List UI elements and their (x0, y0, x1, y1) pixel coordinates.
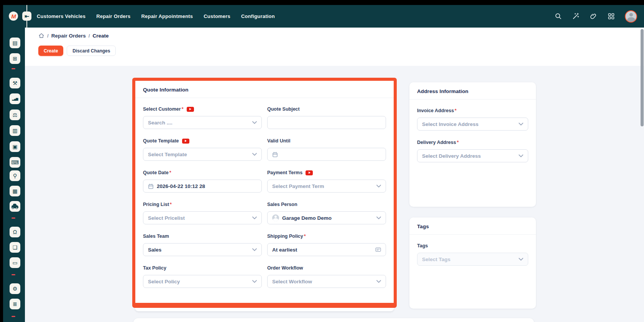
nav-item-repair-appointments[interactable]: Repair Appointments (141, 13, 193, 19)
breadcrumb-repair-orders[interactable]: Repair Orders (51, 33, 86, 39)
sidebar-item-sales-analytics[interactable]: ▂▄▆ (10, 93, 20, 104)
select-customer-select[interactable]: Search .... (143, 116, 262, 129)
pricing-list-select[interactable]: Select Pricelist (143, 211, 262, 224)
sidebar-item-scale[interactable]: ⚖ (10, 110, 20, 120)
required-asterisk: * (182, 106, 184, 112)
invoice-address-select[interactable]: Select Invoice Address (417, 118, 528, 131)
select-customer-label: Select Customer* (143, 106, 262, 112)
chevron-down-icon (376, 280, 381, 283)
label-text: Pricing List (143, 202, 169, 207)
sidebar-item-payment-terminal[interactable]: ⌨ (10, 157, 20, 168)
order-workflow-select[interactable]: Select Workflow (267, 275, 386, 288)
sidebar-item-daybook[interactable]: ▤ (10, 38, 20, 48)
panel-title: Tags (417, 224, 528, 229)
delivery-address-select[interactable]: Select Delivery Address (417, 149, 528, 162)
search-icon[interactable] (554, 13, 562, 20)
youtube-help-icon[interactable] (182, 139, 189, 144)
discard-changes-button[interactable]: Discard Changes (67, 46, 116, 56)
report-list-icon: ≣ (13, 301, 17, 307)
support-headset-icon: Ω (13, 229, 17, 235)
vehicles-icon (12, 205, 18, 208)
order-workflow-placeholder: Select Workflow (272, 279, 373, 284)
valid-until-select[interactable] (267, 148, 386, 161)
nav-item-customers-vehicles[interactable]: Customers Vehicles (37, 13, 85, 19)
field-pricing-list: Pricing List*Select Pricelist (143, 202, 262, 224)
label-text: Sales Person (267, 202, 297, 207)
field-tags: TagsSelect Tags (417, 243, 528, 266)
quote-date-label: Quote Date* (143, 170, 262, 175)
breadcrumb-create: Create (93, 33, 109, 39)
sidebar-item-appointments-calendar[interactable]: ▦ (10, 186, 20, 196)
create-button[interactable]: Create (38, 46, 63, 56)
youtube-help-icon[interactable] (187, 107, 194, 112)
attachment-icon[interactable] (590, 13, 597, 20)
appointments-calendar-icon: ▦ (12, 188, 17, 194)
required-asterisk: * (169, 170, 171, 175)
panel-title: Address Information (417, 88, 528, 94)
tags-select[interactable]: Select Tags (417, 253, 528, 266)
chevron-down-icon (252, 280, 257, 283)
app-logo[interactable]: M (9, 11, 18, 21)
chevron-down-icon (519, 123, 523, 126)
quote-template-select[interactable]: Select Template (143, 148, 262, 161)
sidebar-item-settings-gear[interactable]: ⚙ (10, 283, 20, 294)
delivery-address-placeholder: Select Delivery Address (422, 153, 516, 159)
select-customer-placeholder: Search .... (148, 120, 249, 126)
label-text: Sales Team (143, 234, 169, 239)
user-avatar[interactable] (625, 10, 637, 23)
sidebar-item-documents-folder[interactable]: ❏ (10, 242, 20, 253)
magic-wand-icon[interactable] (572, 13, 580, 20)
sidebar-item-vehicles[interactable] (10, 201, 20, 212)
sales-team-select[interactable]: Sales (143, 243, 262, 256)
clipboard-icon: ▥ (12, 127, 17, 134)
sales-analytics-icon: ▂▄▆ (12, 97, 18, 101)
sidebar-item-service[interactable]: ⚒ (10, 78, 20, 88)
topbar-right-icons (554, 5, 637, 28)
sidebar-collapse-button[interactable]: ⇤ (22, 11, 31, 21)
field-order-workflow: Order WorkflowSelect Workflow (267, 265, 386, 288)
tags-placeholder: Select Tags (422, 257, 516, 262)
sidebar-item-clipboard[interactable]: ▥ (10, 125, 20, 136)
sales-person-select[interactable]: Garage Demo Demo (267, 211, 386, 224)
sidebar-item-report-list[interactable]: ≣ (10, 299, 20, 309)
apps-grid-icon[interactable] (607, 13, 615, 20)
tax-policy-select[interactable]: Select Policy (143, 275, 262, 288)
sidebar-section-divider (12, 274, 15, 275)
tax-policy-placeholder: Select Policy (148, 279, 249, 284)
sidebar-item-support-headset[interactable]: Ω (10, 227, 20, 237)
nav-item-configuration[interactable]: Configuration (241, 13, 275, 19)
breadcrumb: / Repair Orders / Create (38, 33, 109, 39)
scale-icon: ⚖ (13, 112, 18, 118)
chevron-down-icon (376, 216, 381, 219)
label-text: Quote Date (143, 170, 169, 175)
quote-subject-input[interactable] (267, 116, 386, 129)
field-quote-date: Quote Date*2026-04-22 10:12 28 (143, 170, 262, 193)
sidebar-item-customer-search[interactable]: ⚲ (10, 170, 20, 181)
quote-date-select[interactable]: 2026-04-22 10:12 28 (143, 180, 262, 193)
required-asterisk: * (455, 108, 457, 113)
sidebar-item-workstation[interactable]: ▭ (10, 257, 20, 268)
inventory-icon: ▣ (12, 144, 17, 150)
scrollbar-thumb[interactable] (641, 29, 644, 126)
payment-terms-select[interactable]: Select Payment Term (267, 180, 386, 193)
window-frame-top (0, 0, 644, 5)
sidebar-section-divider (12, 68, 15, 69)
action-buttons: Create Discard Changes (38, 46, 116, 56)
quote-template-placeholder: Select Template (148, 152, 249, 157)
next-panel-partial (133, 318, 534, 322)
delivery-address-label: Delivery Address* (417, 140, 528, 145)
youtube-help-icon[interactable] (306, 170, 313, 175)
quote-information-panel: Quote Information Select Customer*Search… (132, 78, 397, 308)
shipping-policy-select[interactable]: At earliest (267, 243, 386, 256)
quote-panel-header: Quote Information (135, 81, 394, 98)
nav-item-customers[interactable]: Customers (204, 13, 230, 19)
home-icon[interactable] (38, 33, 44, 39)
app-window: / Repair Orders / Create Create Discard … (0, 0, 644, 322)
field-quote-template: Quote TemplateSelect Template (143, 138, 262, 161)
field-sales-person: Sales PersonGarage Demo Demo (267, 202, 386, 224)
label-text: Quote Template (143, 138, 179, 144)
sidebar-item-inventory[interactable]: ▣ (10, 141, 20, 152)
nav-item-repair-orders[interactable]: Repair Orders (96, 13, 130, 19)
valid-until-label: Valid Until (267, 138, 386, 144)
sidebar-item-calculator[interactable]: ⊞ (10, 53, 20, 64)
